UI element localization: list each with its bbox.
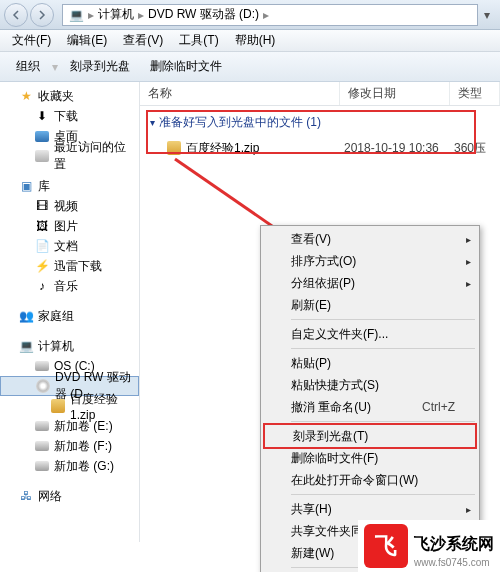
disk-icon	[35, 441, 49, 451]
tree-label: 计算机	[38, 338, 74, 355]
music-icon: ♪	[34, 278, 50, 294]
cm-group[interactable]: 分组依据(P)	[263, 272, 477, 294]
tree-recent[interactable]: 最近访问的位置	[0, 146, 139, 166]
watermark-url: www.fs0745.com	[414, 557, 494, 568]
column-header-row: 名称 修改日期 类型	[140, 82, 500, 106]
breadcrumb-separator: ▸	[138, 8, 144, 22]
cm-sort[interactable]: 排序方式(O)	[263, 250, 477, 272]
forward-button[interactable]	[30, 3, 54, 27]
tree-label: 网络	[38, 488, 62, 505]
recent-icon	[35, 150, 49, 162]
cm-undo-rename[interactable]: 撤消 重命名(U)Ctrl+Z	[263, 396, 477, 418]
address-dropdown[interactable]: ▾	[478, 8, 496, 22]
cm-label: 共享(H)	[291, 501, 332, 518]
tree-pictures[interactable]: 🖼图片	[0, 216, 139, 236]
cm-label: 在此处打开命令窗口(W)	[291, 472, 418, 489]
cm-separator	[291, 348, 475, 349]
tree-label: 迅雷下载	[54, 258, 102, 275]
menu-tools[interactable]: 工具(T)	[171, 30, 226, 51]
tree-label: 收藏夹	[38, 88, 74, 105]
toolbar: 组织 ▾ 刻录到光盘 删除临时文件	[0, 52, 500, 82]
address-bar[interactable]: 💻 ▸ 计算机 ▸ DVD RW 驱动器 (D:) ▸	[62, 4, 478, 26]
tree-label: 视频	[54, 198, 78, 215]
breadcrumb-seg-dvd[interactable]: DVD RW 驱动器 (D:)	[148, 6, 259, 23]
network-icon: 🖧	[18, 488, 34, 504]
cm-burn[interactable]: 刻录到光盘(T)	[265, 425, 475, 447]
tree-label: 新加卷 (F:)	[54, 438, 112, 455]
cm-paste[interactable]: 粘贴(P)	[263, 352, 477, 374]
cm-share[interactable]: 共享(H)	[263, 498, 477, 520]
cm-label: 新建(W)	[291, 545, 334, 562]
cm-delete-temp[interactable]: 删除临时文件(F)	[263, 447, 477, 469]
menu-edit[interactable]: 编辑(E)	[59, 30, 115, 51]
chevron-down-icon: ▾	[150, 117, 155, 128]
cm-view[interactable]: 查看(V)	[263, 228, 477, 250]
arrow-right-icon	[37, 10, 47, 20]
tree-homegroup[interactable]: 👥家庭组	[0, 306, 139, 326]
file-group-header[interactable]: ▾ 准备好写入到光盘中的文件 (1)	[150, 114, 490, 131]
cm-separator	[291, 319, 475, 320]
tree-favorites[interactable]: ★收藏夹	[0, 86, 139, 106]
tree-network[interactable]: 🖧网络	[0, 486, 139, 506]
file-area[interactable]: ▾ 准备好写入到光盘中的文件 (1) 百度经验1.zip 2018-10-19 …	[140, 106, 500, 167]
tree-label: 下载	[54, 108, 78, 125]
cm-label: 删除临时文件(F)	[291, 450, 378, 467]
disk-icon	[35, 461, 49, 471]
nav-tree: ★收藏夹 ⬇下载 桌面 最近访问的位置 ▣库 🎞视频 🖼图片 📄文档 ⚡迅雷下载…	[0, 82, 140, 542]
tree-label: 最近访问的位置	[54, 139, 135, 173]
tree-label: 家庭组	[38, 308, 74, 325]
cm-label: 刷新(E)	[291, 297, 331, 314]
breadcrumb-seg-computer[interactable]: 计算机	[98, 6, 134, 23]
toolbar-delete-temp[interactable]: 删除临时文件	[140, 55, 232, 78]
cm-label: 查看(V)	[291, 231, 331, 248]
cm-separator	[291, 421, 475, 422]
tree-label: 新加卷 (G:)	[54, 458, 114, 475]
toolbar-burn[interactable]: 刻录到光盘	[60, 55, 140, 78]
watermark-logo: 飞	[364, 524, 408, 568]
cm-refresh[interactable]: 刷新(E)	[263, 294, 477, 316]
file-row[interactable]: 百度经验1.zip 2018-10-19 10:36 360压	[150, 137, 490, 159]
menu-help[interactable]: 帮助(H)	[227, 30, 284, 51]
tree-drive-g[interactable]: 新加卷 (G:)	[0, 456, 139, 476]
disk-icon	[35, 421, 49, 431]
tree-zip-file[interactable]: 百度经验1.zip	[0, 396, 139, 416]
desktop-icon	[35, 131, 49, 142]
cm-separator	[291, 494, 475, 495]
tree-label: 音乐	[54, 278, 78, 295]
breadcrumb-separator: ▸	[263, 8, 269, 22]
menu-file[interactable]: 文件(F)	[4, 30, 59, 51]
cm-open-cmd[interactable]: 在此处打开命令窗口(W)	[263, 469, 477, 491]
toolbar-organize[interactable]: 组织	[6, 55, 50, 78]
tree-computer[interactable]: 💻计算机	[0, 336, 139, 356]
file-date: 2018-10-19 10:36	[344, 141, 454, 155]
menubar: 文件(F) 编辑(E) 查看(V) 工具(T) 帮助(H)	[0, 30, 500, 52]
menu-view[interactable]: 查看(V)	[115, 30, 171, 51]
cm-label: 粘贴(P)	[291, 355, 331, 372]
cm-customize[interactable]: 自定义文件夹(F)...	[263, 323, 477, 345]
download-icon: ⬇	[34, 108, 50, 124]
tree-music[interactable]: ♪音乐	[0, 276, 139, 296]
breadcrumb-separator: ▸	[88, 8, 94, 22]
tree-videos[interactable]: 🎞视频	[0, 196, 139, 216]
arrow-left-icon	[11, 10, 21, 20]
back-button[interactable]	[4, 3, 28, 27]
tree-thunder[interactable]: ⚡迅雷下载	[0, 256, 139, 276]
computer-icon: 💻	[18, 338, 34, 354]
cm-paste-shortcut[interactable]: 粘贴快捷方式(S)	[263, 374, 477, 396]
tree-libraries[interactable]: ▣库	[0, 176, 139, 196]
column-header-date[interactable]: 修改日期	[340, 82, 450, 105]
file-name: 百度经验1.zip	[186, 140, 259, 157]
tree-downloads[interactable]: ⬇下载	[0, 106, 139, 126]
tree-label: 新加卷 (E:)	[54, 418, 113, 435]
file-type: 360压	[454, 140, 486, 157]
dvd-icon	[36, 379, 50, 393]
watermark-logo-text: 飞	[375, 531, 397, 561]
tree-drive-f[interactable]: 新加卷 (F:)	[0, 436, 139, 456]
column-header-name[interactable]: 名称	[140, 82, 340, 105]
tree-documents[interactable]: 📄文档	[0, 236, 139, 256]
document-icon: 📄	[34, 238, 50, 254]
column-header-type[interactable]: 类型	[450, 82, 500, 105]
video-icon: 🎞	[34, 198, 50, 214]
zip-icon	[51, 399, 65, 413]
disk-icon	[35, 361, 49, 371]
